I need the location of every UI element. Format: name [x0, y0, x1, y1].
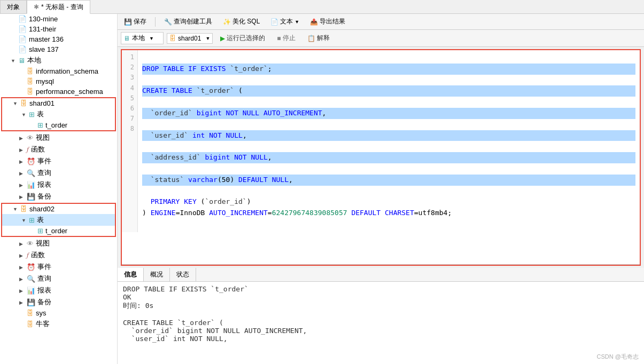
sidebar-item-shard01-t-order[interactable]: ⊞ t_order	[2, 120, 115, 130]
right-panel: 💾 保存 🔧 查询创建工具 ✨ 美化 SQL 📄 文本 ▼ 📤 导出结果	[118, 14, 644, 364]
sidebar-item-perf-schema[interactable]: 🗄 performance_schema	[0, 86, 117, 97]
db2-icon: 🗄	[27, 67, 34, 75]
result-line7: `user_id` int NOT NULL,	[123, 335, 639, 343]
sidebar-item-niuke[interactable]: 🗄 牛客	[0, 318, 117, 330]
sidebar-item-shard01[interactable]: 🗄 shard01	[2, 98, 115, 108]
table-icon: ⊞	[37, 121, 43, 129]
sidebar-item-sys[interactable]: 🗄 sys	[0, 308, 117, 318]
bottom-tabs: 信息 概况 状态	[118, 268, 644, 282]
sidebar-item-shard02-events[interactable]: ⏰ 事件	[0, 261, 117, 273]
chevron-right-icon2	[19, 147, 27, 153]
table-folder-icon: ⊞	[29, 110, 35, 118]
sidebar-item-slave137[interactable]: 📄 slave 137	[0, 44, 117, 54]
db4-icon: 🗄	[27, 88, 34, 96]
backup-icon: 💾	[27, 193, 35, 201]
sidebar-item-shard02-backups[interactable]: 💾 备份	[0, 296, 117, 308]
sidebar: 📄 130-mine 📄 131-their 📄 master 136 📄 sl…	[0, 14, 118, 364]
code-content[interactable]: DROP TABLE IF EXISTS `t_order`; CREATE T…	[138, 50, 640, 232]
event-icon: ⏰	[27, 157, 35, 165]
file-icon: 📄	[18, 15, 27, 23]
chevron-right-icon	[19, 135, 27, 141]
sidebar-item-shard01-backups[interactable]: 💾 备份	[0, 191, 117, 202]
dropdown-icon: ▼	[294, 19, 299, 25]
result-line4	[123, 311, 639, 319]
result-line2: OK	[123, 293, 639, 301]
chevron-right-icon7	[19, 241, 27, 247]
tab-object-label: 对象	[7, 3, 20, 12]
db-icon: 🖥	[18, 57, 25, 65]
export-button[interactable]: 📤 导出结果	[307, 16, 348, 27]
sidebar-item-shard01-views[interactable]: 👁 视图	[0, 132, 117, 144]
sidebar-item-shard02-reports[interactable]: 📊 报表	[0, 284, 117, 296]
text-button[interactable]: 📄 文本 ▼	[267, 16, 302, 27]
line-numbers: 1 2 3 4 5 6 7 8	[122, 50, 138, 232]
query-tools-icon: 🔧	[164, 18, 172, 26]
sidebar-item-shard01-events[interactable]: ⏰ 事件	[0, 155, 117, 167]
sidebar-item-local[interactable]: 🖥 本地	[0, 54, 117, 66]
chevron-right-icon5	[19, 182, 27, 188]
sidebar-item-mysql[interactable]: 🗄 mysql	[0, 76, 117, 86]
bottom-tab-status[interactable]: 状态	[170, 268, 196, 281]
local-selector[interactable]: 🖥 本地 ▼	[121, 32, 164, 44]
view-icon: 👁	[27, 134, 34, 142]
table-icon2: ⊞	[37, 227, 43, 235]
toolbar-sep1	[155, 17, 156, 27]
report-icon2: 📊	[27, 287, 35, 295]
tab-bar: 对象 ✱ * 无标题 - 查询	[0, 0, 644, 14]
file-icon4: 📄	[18, 45, 27, 53]
tab-object[interactable]: 对象	[0, 0, 27, 13]
sidebar-item-130mine[interactable]: 📄 130-mine	[0, 14, 117, 24]
sidebar-item-shard02[interactable]: 🗄 shard02	[2, 204, 115, 214]
db-selector[interactable]: 🗄 shard01 ▼	[167, 33, 213, 44]
sidebar-item-shard01-reports[interactable]: 📊 报表	[0, 179, 117, 191]
chevron-down-icon4	[13, 206, 20, 212]
result-line6: `order_id` bigint NOT NULL AUTO_INCREMEN…	[123, 327, 639, 335]
sidebar-item-shard01-tables[interactable]: ⊞ 表	[2, 108, 115, 120]
sidebar-item-131their[interactable]: 📄 131-their	[0, 24, 117, 34]
report-icon: 📊	[27, 181, 35, 189]
query-tools-button[interactable]: 🔧 查询创建工具	[161, 16, 215, 27]
run-icon: ▶	[220, 35, 225, 42]
explain-button[interactable]: 📋 解释	[303, 32, 334, 44]
bottom-tab-overview[interactable]: 概况	[144, 268, 170, 281]
table-folder-icon2: ⊞	[29, 216, 35, 224]
sidebar-item-shard02-funcs[interactable]: 𝑓 函数	[0, 249, 117, 261]
tab-query[interactable]: ✱ * 无标题 - 查询	[27, 0, 90, 14]
tab-icon: ✱	[34, 3, 39, 11]
run-selected-button[interactable]: ▶ 运行已选择的	[216, 32, 269, 44]
result-line1: DROP TABLE IF EXISTS `t_order`	[123, 285, 639, 293]
db-selector-icon: 🗄	[169, 35, 176, 42]
beautify-icon: ✨	[223, 18, 231, 26]
stop-icon: ■	[277, 35, 281, 42]
chevron-right-icon10	[19, 276, 27, 282]
sidebar-item-shard02-queries[interactable]: 🔍 查询	[0, 273, 117, 284]
file-icon3: 📄	[18, 35, 27, 43]
save-icon: 💾	[124, 18, 132, 26]
chevron-right-icon4	[19, 170, 27, 176]
text-icon: 📄	[270, 18, 278, 26]
backup-icon2: 💾	[27, 298, 35, 306]
db7-icon: 🗄	[27, 309, 34, 317]
stop-button[interactable]: ■ 停止	[273, 32, 299, 44]
query-icon: 🔍	[27, 169, 35, 177]
chevron-right-icon12	[19, 299, 27, 305]
sidebar-item-shard02-views[interactable]: 👁 视图	[0, 238, 117, 249]
sidebar-item-info-schema[interactable]: 🗄 information_schema	[0, 66, 117, 76]
chevron-down-icon5	[21, 217, 29, 223]
chevron-right-icon11	[19, 288, 27, 294]
file-icon2: 📄	[18, 25, 27, 33]
export-icon: 📤	[310, 18, 318, 26]
bottom-content: DROP TABLE IF EXISTS `t_order` OK 时间: 0s…	[118, 282, 644, 364]
bottom-tab-info[interactable]: 信息	[118, 268, 144, 281]
sidebar-item-master136[interactable]: 📄 master 136	[0, 34, 117, 44]
sidebar-item-shard01-funcs[interactable]: 𝑓 函数	[0, 144, 117, 155]
code-editor[interactable]: 1 2 3 4 5 6 7 8 DROP TABLE IF EXISTS `t_…	[122, 50, 640, 265]
chevron-right-icon6	[19, 194, 27, 200]
save-button[interactable]: 💾 保存	[121, 16, 150, 27]
tab-query-label: * 无标题 - 查询	[41, 3, 83, 12]
sidebar-item-shard02-t-order[interactable]: ⊞ t_order	[2, 226, 115, 236]
beautify-button[interactable]: ✨ 美化 SQL	[220, 16, 263, 27]
db8-icon: 🗄	[27, 320, 34, 328]
sidebar-item-shard01-queries[interactable]: 🔍 查询	[0, 167, 117, 179]
sidebar-item-shard02-tables[interactable]: ⊞ 表	[2, 214, 115, 226]
